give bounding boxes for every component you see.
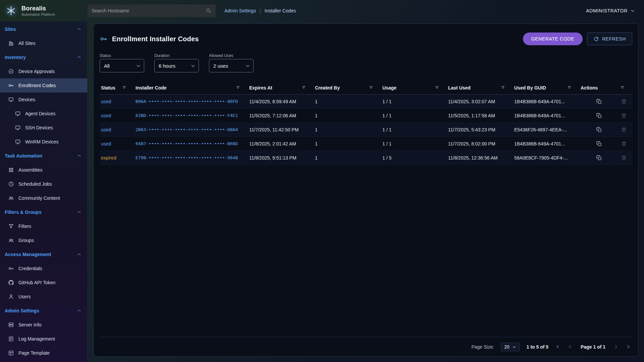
column-header-used-by-guid[interactable]: Used By GUID: [513, 85, 579, 90]
copy-code-button[interactable]: [596, 113, 602, 119]
cell-installer-code: 63BD-••••-••••-••••-••••-••••-••••-F4E1: [134, 113, 248, 118]
sidebar-item-assemblies[interactable]: Assemblies: [0, 163, 87, 177]
sidebar-item-scheduled-jobs[interactable]: Scheduled Jobs: [0, 177, 87, 191]
sidebar-item-all-sites[interactable]: All Sites: [0, 36, 87, 50]
sidebar-item-devices[interactable]: Devices: [0, 93, 87, 107]
filter-icon: [567, 85, 572, 90]
first-page-button[interactable]: [555, 344, 561, 350]
sidebar-nav: SitesAll SitesInventoryDevice ApprovalsE…: [0, 22, 87, 360]
column-header-label: Actions: [581, 85, 598, 90]
copy-code-button[interactable]: [596, 155, 602, 161]
sidebar-item-label: Agent Devices: [25, 111, 55, 116]
refresh-button[interactable]: REFRESH: [587, 33, 632, 45]
cell-created-by: 1: [314, 127, 381, 132]
column-header-created-by[interactable]: Created By: [314, 85, 381, 90]
sidebar-item-ssh-devices[interactable]: SSH Devices: [0, 121, 87, 135]
next-page-button[interactable]: [613, 344, 619, 350]
column-header-expires-at[interactable]: Expires At: [248, 85, 314, 90]
last-page-button[interactable]: [625, 344, 631, 350]
column-header-label: Expires At: [249, 85, 272, 90]
sidebar-item-label: Filters: [18, 224, 31, 229]
sidebar-item-users[interactable]: Users: [0, 290, 87, 304]
cell-status: used: [100, 113, 134, 118]
table-row[interactable]: used63BD-••••-••••-••••-••••-••••-••••-F…: [100, 109, 632, 123]
table-row[interactable]: used2B63-••••-••••-••••-••••-••••-••••-6…: [100, 123, 632, 137]
sidebar-item-label: WinRM Devices: [25, 139, 59, 144]
funnel-icon: [8, 223, 14, 229]
sidebar-section-inventory[interactable]: Inventory: [0, 50, 87, 64]
delete-code-button[interactable]: [621, 127, 627, 133]
column-header-status[interactable]: Status: [100, 85, 134, 90]
filter-select-allowed-uses[interactable]: 2 uses: [209, 59, 254, 72]
filter-select-status[interactable]: All: [100, 59, 144, 72]
delete-code-button[interactable]: [621, 99, 627, 105]
cell-expires-at: 11/4/2025, 8:59:49 AM: [248, 99, 314, 104]
pagination-nav: Page 1 of 1: [555, 344, 631, 350]
user-menu[interactable]: ADMINISTRATOR: [586, 8, 635, 13]
delete-code-button[interactable]: [621, 113, 627, 119]
cell-used-by-guid: 1B4B386B-649A-4701...: [513, 113, 579, 118]
sidebar-item-winrm-devices[interactable]: WinRM Devices: [0, 135, 87, 149]
delete-code-button[interactable]: [621, 155, 627, 161]
table-row[interactable]: expiredE798-••••-••••-••••-••••-••••-•••…: [100, 151, 632, 165]
previous-page-button[interactable]: [567, 344, 573, 350]
table-row[interactable]: used04B7-••••-••••-••••-••••-••••-••••-B…: [100, 137, 632, 151]
sidebar-section-filters-groups[interactable]: Filters & Groups: [0, 205, 87, 219]
copy-code-button[interactable]: [596, 127, 602, 133]
sidebar-item-filters[interactable]: Filters: [0, 219, 87, 233]
breadcrumb-admin-settings[interactable]: Admin Settings: [224, 8, 256, 13]
copy-code-button[interactable]: [596, 141, 602, 147]
sidebar-item-enrollment-codes[interactable]: Enrollment Codes: [0, 78, 87, 93]
cell-usage: 1 / 1: [381, 127, 447, 132]
sidebar-section-label: Inventory: [5, 55, 26, 60]
sidebar-item-credentials[interactable]: Credentials: [0, 261, 87, 276]
column-header-usage[interactable]: Usage: [381, 85, 447, 90]
brand-logo: [3, 3, 19, 18]
pagination-bar: Page Size: 20 1 to 5 of 5 Page 1 of 1: [100, 337, 632, 356]
filter-allowed-uses: Allowed Uses2 uses: [209, 53, 254, 72]
sidebar-item-groups[interactable]: Groups: [0, 233, 87, 247]
sidebar-item-device-approvals[interactable]: Device Approvals: [0, 64, 87, 78]
sidebar-section-access-management[interactable]: Access Management: [0, 247, 87, 261]
filter-select-duration[interactable]: 6 hours: [154, 59, 199, 72]
breadcrumb-installer-codes[interactable]: Installer Codes: [265, 8, 296, 13]
delete-code-button[interactable]: [621, 141, 627, 147]
installer-codes-table: StatusInstaller CodeExpires AtCreated By…: [100, 81, 632, 337]
cell-created-by: 1: [314, 141, 381, 146]
filter-label: Allowed Uses: [209, 53, 254, 58]
table-row[interactable]: usedB96A-••••-••••-••••-••••-••••-••••-8…: [100, 95, 632, 109]
sidebar-item-log-management[interactable]: Log Management: [0, 332, 87, 346]
search-input[interactable]: [92, 8, 206, 13]
snowflake-logo-icon: [6, 6, 16, 16]
filter-icon: [620, 85, 625, 90]
search-box[interactable]: [88, 4, 216, 17]
device-approvals-icon: [8, 68, 14, 74]
copy-code-button[interactable]: [596, 99, 602, 105]
sidebar-item-label: Device Approvals: [18, 69, 55, 74]
sidebar-item-page-template[interactable]: Page Template: [0, 346, 87, 360]
sidebar-item-github-api-token[interactable]: GitHub API Token: [0, 276, 87, 290]
column-header-last-used[interactable]: Last Used: [447, 85, 513, 90]
filter-icon: [434, 85, 439, 90]
cell-actions: [579, 155, 632, 161]
sidebar-section-task-automation[interactable]: Task Automation: [0, 149, 87, 163]
sidebar-item-server-info[interactable]: Server Info: [0, 318, 87, 332]
cell-usage: 1 / 1: [381, 99, 447, 104]
sidebar-section-admin-settings[interactable]: Admin Settings: [0, 304, 87, 318]
filter-duration: Duration6 hours: [154, 53, 199, 72]
column-header-installer-code[interactable]: Installer Code: [134, 85, 248, 90]
sidebar-section-label: Sites: [5, 26, 16, 32]
template-icon: [8, 350, 14, 356]
sites-icon: [8, 40, 14, 46]
cell-last-used: 11/5/2025, 1:17:58 AM: [447, 113, 513, 118]
page-size-select[interactable]: 20: [501, 343, 520, 351]
sidebar-item-agent-devices[interactable]: Agent Devices: [0, 107, 87, 121]
column-header-actions[interactable]: Actions: [579, 85, 632, 90]
user-menu-label: ADMINISTRATOR: [586, 8, 628, 13]
filters-row: StatusAllDuration6 hoursAllowed Uses2 us…: [100, 53, 632, 72]
sidebar-section-sites[interactable]: Sites: [0, 22, 87, 36]
cell-actions: [579, 113, 632, 119]
pagination-page-info: Page 1 of 1: [581, 344, 605, 350]
generate-code-button[interactable]: GENERATE CODE: [523, 33, 583, 45]
sidebar-item-community-content[interactable]: Community Content: [0, 191, 87, 205]
